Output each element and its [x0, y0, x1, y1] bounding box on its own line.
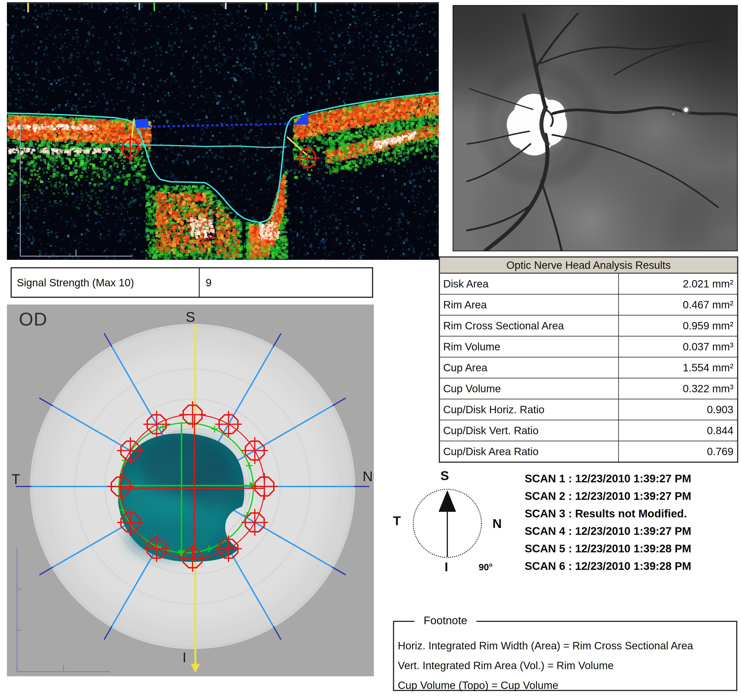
row-label: Rim Cross Sectional Area [440, 316, 619, 336]
scan-timestamps-list: SCAN 1 : 12/23/2010 1:39:27 PM SCAN 2 : … [525, 470, 691, 575]
fundus-photo-image [453, 6, 737, 251]
compass-nasal-label: N [493, 516, 502, 531]
row-label: Cup/Disk Area Ratio [440, 441, 619, 462]
footnote-box: Footnote Horiz. Integrated Rim Width (Ar… [393, 621, 737, 691]
row-label: Cup Volume [440, 378, 619, 399]
scan-orientation-compass: S T N I 90° [391, 468, 507, 581]
row-value: 2.021 mm² [619, 274, 737, 294]
rpe-offset-line-right [287, 137, 310, 157]
table-row: Rim Cross Sectional Area0.959 mm² [440, 316, 737, 337]
fundus-photo-panel [453, 5, 738, 251]
onh-polar-map [7, 304, 374, 676]
signal-strength-box: Signal Strength (Max 10) 9 [10, 267, 373, 298]
eye-label: OD [19, 309, 47, 330]
table-row: Cup Area1.554 mm² [440, 357, 737, 378]
map-direction-temporal: T [12, 471, 20, 487]
scan-entry: SCAN 1 : 12/23/2010 1:39:27 PM [525, 470, 691, 487]
compass-temporal-label: T [393, 513, 401, 528]
onh-results-table: Optic Nerve Head Analysis Results Disk A… [439, 256, 738, 463]
oct-bscan-annotations [7, 2, 439, 260]
row-value: 0.769 [619, 441, 737, 462]
compass-angle-label: 90° [479, 562, 493, 572]
results-table-title: Optic Nerve Head Analysis Results [440, 257, 737, 274]
map-direction-nasal: N [363, 468, 373, 484]
table-row: Rim Area0.467 mm² [440, 295, 737, 316]
disk-reference-line [148, 124, 293, 127]
scan-entry: SCAN 3 : Results not Modified. [525, 505, 691, 522]
scan-entry: SCAN 2 : 12/23/2010 1:39:27 PM [525, 487, 691, 505]
footnote-line: Horiz. Integrated Rim Width (Area) = Rim… [398, 636, 736, 656]
scan-entry: SCAN 6 : 12/23/2010 1:39:28 PM [525, 557, 691, 575]
table-row: Cup/Disk Area Ratio0.769 [440, 441, 737, 462]
scan-entry: SCAN 4 : 12/23/2010 1:39:27 PM [525, 522, 691, 540]
table-row: Rim Volume0.037 mm³ [440, 337, 737, 357]
signal-strength-label: Signal Strength (Max 10) [12, 268, 200, 297]
row-value: 0.903 [619, 399, 737, 420]
table-row: Cup Volume0.322 mm³ [440, 378, 737, 399]
disk-edge-marker-left [135, 119, 149, 128]
disk-edge-marker-right [293, 111, 308, 125]
row-label: Disk Area [440, 274, 619, 294]
onh-analysis-report: Signal Strength (Max 10) 9 OD S I T N Op… [0, 0, 741, 700]
footnote-title: Footnote [415, 614, 476, 627]
oct-bscan-panel [7, 2, 439, 260]
scan-entry: SCAN 5 : 12/23/2010 1:39:28 PM [525, 540, 691, 557]
compass-superior-label: S [440, 468, 449, 483]
row-value: 0.037 mm³ [619, 337, 737, 357]
row-label: Cup/Disk Vert. Ratio [440, 421, 619, 441]
row-label: Rim Area [440, 295, 619, 315]
row-value: 1.554 mm² [619, 357, 737, 378]
onh-polar-map-panel: OD S I T N [7, 304, 374, 676]
retinal-surface-contour [7, 93, 439, 222]
row-value: 0.322 mm³ [619, 378, 737, 399]
row-label: Rim Volume [440, 337, 619, 357]
footnote-line: Cup Volume (Topo) = Cup Volume [398, 675, 736, 695]
row-value: 0.467 mm² [619, 295, 737, 315]
table-row: Cup/Disk Vert. Ratio0.844 [440, 421, 737, 441]
row-label: Cup/Disk Horiz. Ratio [440, 399, 619, 420]
signal-strength-value: 9 [200, 268, 372, 297]
row-value: 0.844 [619, 421, 737, 441]
row-value: 0.959 mm² [619, 316, 737, 336]
footnote-line: Vert. Integrated Rim Area (Vol.) = Rim V… [398, 656, 736, 675]
table-row: Cup/Disk Horiz. Ratio0.903 [440, 399, 737, 421]
compass-inferior-label: I [444, 559, 448, 574]
scan-direction-arrow-icon [191, 664, 200, 673]
map-direction-inferior: I [182, 649, 186, 665]
table-row: Disk Area2.021 mm² [440, 274, 737, 295]
row-label: Cup Area [440, 357, 619, 378]
map-direction-superior: S [186, 309, 195, 325]
